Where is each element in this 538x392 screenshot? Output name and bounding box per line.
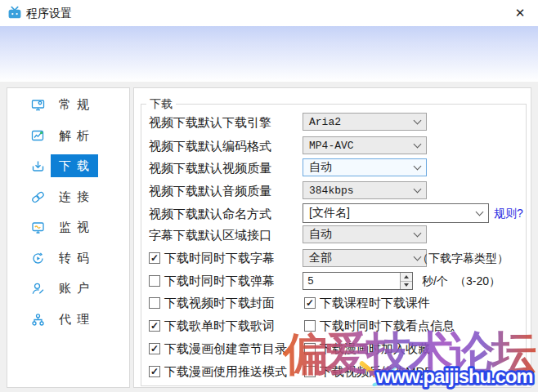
chevron-down-icon: [414, 116, 422, 124]
sidebar-item-label[interactable]: 连接: [51, 185, 98, 208]
sidebar-item-parse[interactable]: 解析: [31, 124, 98, 147]
monitor-wave-icon: [31, 220, 45, 234]
chevron-down-icon: [414, 140, 422, 148]
subtitle-type-select[interactable]: 全部: [303, 249, 427, 267]
field-label-naming: 视频下载默认命名方式: [149, 207, 271, 222]
checkbox[interactable]: [149, 252, 160, 264]
checkbox[interactable]: [149, 320, 160, 332]
engine-select[interactable]: Aria2: [303, 113, 427, 131]
field-label-video-quality: 视频下载默认视频质量: [149, 161, 271, 176]
sidebar-item-download[interactable]: 下载: [31, 154, 98, 177]
checkbox-download-subtitles[interactable]: 下载时同时下载字幕: [149, 252, 275, 265]
danmaku-unit-note: 秒/个: [422, 274, 448, 289]
checkbox-manga-chapter-dirs[interactable]: 下载漫画创建章节目录: [149, 342, 287, 355]
link-icon: [31, 190, 45, 204]
spin-up-button[interactable]: [401, 273, 412, 282]
checkbox-download-courseware[interactable]: 下载课程时下载课件: [304, 296, 430, 310]
sidebar-item-connection[interactable]: 连接: [31, 185, 98, 208]
window-titlebar: 程序设置 ✕: [0, 0, 538, 26]
groupbox-title: 下载: [146, 97, 176, 112]
checkbox-manga-push-mode[interactable]: 下载漫画使用推送模式: [149, 365, 287, 378]
sidebar-item-label[interactable]: 转码: [51, 247, 98, 270]
spin-down-button[interactable]: [401, 282, 412, 290]
sidebar-item-transcode[interactable]: 转码: [31, 247, 98, 270]
sidebar-item-general[interactable]: 常规: [31, 93, 98, 116]
sidebar-item-label[interactable]: 解析: [51, 124, 98, 147]
close-button[interactable]: ✕: [502, 0, 538, 25]
field-label-codec: 视频下载默认编码格式: [149, 139, 271, 154]
watermark-url: www.paijishu.com: [370, 363, 538, 392]
svg-text:www.paijishu.com: www.paijishu.com: [375, 366, 532, 387]
checkbox[interactable]: [149, 275, 160, 287]
chevron-down-icon: [476, 207, 484, 216]
checkbox-download-danmaku[interactable]: 下载时同时下载弹幕: [149, 274, 275, 287]
sidebar-item-label[interactable]: 账户: [51, 277, 98, 300]
checkbox-download-lyrics[interactable]: 下载歌单时下载歌词: [149, 319, 275, 332]
download-tray-icon: [31, 159, 45, 173]
monitor-gear-icon: [31, 98, 45, 112]
naming-combo-input[interactable]: [文件名]: [303, 203, 489, 223]
sidebar-item-label[interactable]: 代理: [51, 308, 98, 331]
field-label-engine: 视频下载默认下载引擎: [149, 115, 271, 131]
chevron-down-icon: [414, 162, 422, 170]
sidebar-item-label[interactable]: 常规: [51, 93, 98, 116]
naming-rules-link[interactable]: 规则?: [494, 207, 523, 221]
video-quality-select[interactable]: 自动: [303, 158, 427, 176]
sidebar-item-label[interactable]: 监视: [51, 216, 98, 238]
chevron-down-icon: [414, 229, 422, 237]
proxy-icon: [31, 313, 45, 327]
sidebar-item-proxy[interactable]: 代理: [31, 308, 98, 331]
codec-select[interactable]: MP4-AVC: [303, 136, 427, 154]
subtitle-api-select[interactable]: 自动: [303, 225, 427, 243]
checkbox[interactable]: [149, 366, 160, 377]
bilibili-tv-icon: [7, 6, 22, 20]
header-gradient-band: [0, 26, 538, 82]
danmaku-range-note: （3-20）: [455, 274, 500, 289]
sidebar-item-monitor[interactable]: 监视: [31, 216, 98, 238]
sidebar-item-account[interactable]: 账户: [31, 277, 98, 300]
chevron-down-icon: [414, 185, 422, 193]
subtitle-type-note: （下载字幕类型）: [417, 252, 509, 266]
checkbox[interactable]: [304, 297, 316, 309]
account-icon: [31, 282, 45, 296]
field-label-subtitle-api: 字幕下载默认区域接口: [149, 228, 271, 243]
parse-chart-icon: [31, 129, 45, 143]
window-title: 程序设置: [26, 7, 72, 21]
sidebar-item-label[interactable]: 下载: [51, 154, 98, 177]
checkbox-download-cover[interactable]: 下载视频时下载封面: [149, 296, 275, 310]
field-label-audio-quality: 视频下载默认音频质量: [149, 184, 271, 199]
checkbox[interactable]: [149, 297, 160, 309]
danmaku-interval-stepper[interactable]: 5: [303, 272, 413, 290]
audio-quality-select[interactable]: 384kbps: [303, 181, 427, 199]
transcode-icon: [31, 252, 45, 265]
checkbox[interactable]: [149, 343, 160, 354]
